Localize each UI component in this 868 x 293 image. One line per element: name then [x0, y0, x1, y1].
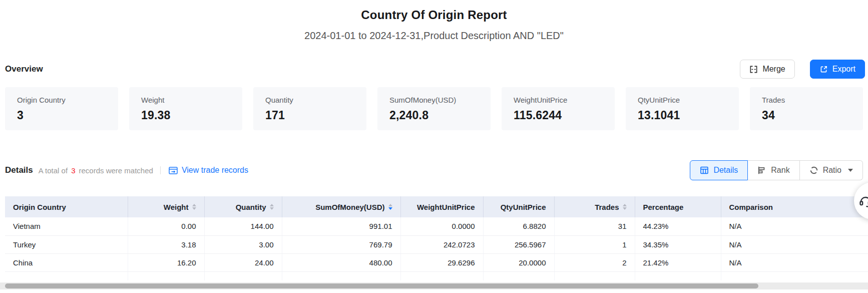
cell-weight-unit-price: 242.0723 [400, 235, 483, 253]
stat-card-label: Weight [141, 96, 230, 104]
cell-trades: 2 [554, 253, 635, 271]
details-bar: Details A total of 3 records were matche… [5, 160, 863, 180]
cell-percentage: 21.42% [635, 253, 721, 271]
col-header-sum-of-money[interactable]: SumOfMoney(USD) [282, 196, 400, 217]
stat-card-value: 115.6244 [514, 109, 603, 122]
cell-comparison: N/A [721, 235, 868, 253]
cell-weight-unit-price: 29.6296 [400, 253, 483, 271]
cell-qty-unit-price: 256.5967 [483, 235, 554, 253]
cell-trades: 1 [554, 235, 635, 253]
ratio-view-button[interactable]: Ratio [800, 160, 863, 180]
view-switcher: Details Rank Ratio [690, 160, 863, 180]
export-button[interactable]: Export [810, 60, 865, 79]
stat-card-weight-unit-price: WeightUnitPrice 115.6244 [502, 87, 615, 130]
cell-comparison: N/A [721, 253, 868, 271]
stat-card-value: 171 [265, 109, 354, 122]
col-header-comparison: Comparison [721, 196, 868, 217]
view-trade-records-label: View trade records [182, 166, 248, 175]
stat-card-value: 34 [762, 109, 851, 122]
overview-section-title: Overview [5, 64, 43, 74]
horizontal-scrollbar[interactable] [0, 282, 868, 289]
cell-sum-of-money: 991.01 [282, 217, 400, 235]
cell-percentage: 34.35% [635, 235, 721, 253]
overview-actions: Merge Export [740, 60, 865, 79]
table-row-empty [5, 271, 868, 280]
vertical-divider [160, 166, 161, 174]
merge-button-label: Merge [762, 65, 785, 74]
cell-quantity: 144.00 [204, 217, 282, 235]
col-header-origin-country: Origin Country [5, 196, 128, 217]
cell-sum-of-money: 480.00 [282, 253, 400, 271]
col-header-trades[interactable]: Trades [554, 196, 635, 217]
match-suffix: records were matched [79, 166, 153, 175]
stat-card-value: 13.1041 [638, 109, 727, 122]
details-view-button[interactable]: Details [690, 160, 748, 180]
stat-card-weight: Weight 19.38 [129, 87, 242, 130]
cell-quantity: 24.00 [204, 253, 282, 271]
col-label: Quantity [236, 203, 266, 211]
stat-card-value: 3 [17, 109, 106, 122]
scrollbar-thumb[interactable] [5, 283, 758, 288]
stat-card-value: 2,240.8 [389, 109, 479, 122]
cell-qty-unit-price: 20.0000 [483, 253, 554, 271]
table-icon [700, 166, 709, 175]
page-title: Country Of Origin Report [5, 8, 863, 23]
stat-card-label: WeightUnitPrice [514, 96, 603, 104]
cell-weight: 3.18 [128, 235, 204, 253]
cell-sum-of-money: 769.79 [282, 235, 400, 253]
details-section-title: Details [5, 165, 33, 175]
export-button-label: Export [832, 65, 855, 74]
col-label: Origin Country [13, 203, 66, 211]
report-page: Country Of Origin Report 2024-01-01 to 2… [0, 0, 868, 293]
cell-qty-unit-price: 6.8820 [483, 217, 554, 235]
view-trade-records-link[interactable]: View trade records [169, 166, 248, 175]
col-header-percentage: Percentage [635, 196, 721, 217]
cell-origin-country: Turkey [5, 235, 128, 253]
cell-weight: 0.00 [128, 217, 204, 235]
cell-quantity: 3.00 [204, 235, 282, 253]
table-row-turkey: Turkey 3.18 3.00 769.79 242.0723 256.596… [5, 235, 868, 253]
sort-icon [623, 204, 627, 210]
stat-card-label: Quantity [265, 96, 354, 104]
table-row-vietnam: Vietnam 0.00 144.00 991.01 0.0000 6.8820… [5, 217, 868, 235]
sort-icon [270, 204, 274, 210]
col-label: Percentage [643, 203, 684, 211]
col-header-qty-unit-price: QtyUnitPrice [483, 196, 554, 217]
rank-icon [757, 166, 766, 175]
cell-percentage: 44.23% [635, 217, 721, 235]
ratio-view-label: Ratio [823, 166, 841, 175]
sort-icon-desc-active [388, 204, 392, 210]
merge-icon [749, 65, 758, 74]
stat-card-sum-of-money: SumOfMoney(USD) 2,240.8 [377, 87, 491, 130]
cell-comparison: N/A [721, 217, 868, 235]
stat-card-trades: Trades 34 [750, 87, 863, 130]
col-label: SumOfMoney(USD) [315, 203, 384, 211]
stat-card-label: Origin Country [17, 96, 106, 104]
table-row-china: China 16.20 24.00 480.00 29.6296 20.0000… [5, 253, 868, 271]
overview-cards: Origin Country 3 Weight 19.38 Quantity 1… [5, 87, 863, 130]
col-header-quantity[interactable]: Quantity [204, 196, 282, 217]
report-subtitle: 2024-01-01 to 2024-12-31,Product Descrip… [5, 29, 863, 43]
merge-button[interactable]: Merge [740, 60, 794, 79]
col-label: QtyUnitPrice [501, 203, 546, 211]
stat-card-label: QtyUnitPrice [638, 96, 727, 104]
stat-card-label: SumOfMoney(USD) [389, 96, 479, 104]
match-prefix: A total of [39, 166, 68, 175]
stat-card-value: 19.38 [141, 109, 230, 122]
rank-view-label: Rank [771, 166, 789, 175]
chevron-down-icon [848, 169, 853, 172]
details-view-label: Details [713, 166, 738, 175]
col-header-weight[interactable]: Weight [128, 196, 204, 217]
col-label: Comparison [729, 203, 773, 211]
trade-records-icon [169, 167, 178, 174]
sort-icon [192, 204, 196, 210]
col-label: WeightUnitPrice [417, 203, 475, 211]
details-table: Origin Country Weight Quantity SumOfMone… [5, 196, 868, 280]
rank-view-button[interactable]: Rank [748, 160, 799, 180]
ratio-icon [809, 166, 818, 175]
stat-card-qty-unit-price: QtyUnitPrice 13.1041 [626, 87, 739, 130]
table-header-row: Origin Country Weight Quantity SumOfMone… [5, 196, 868, 217]
stat-card-origin-country: Origin Country 3 [5, 87, 118, 130]
match-count: 3 [71, 166, 75, 175]
cell-trades: 31 [554, 217, 635, 235]
